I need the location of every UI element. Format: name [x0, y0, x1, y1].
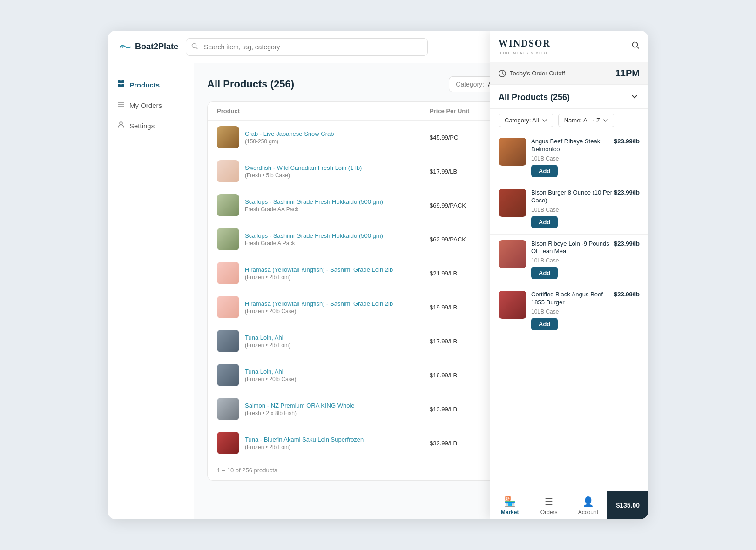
- product-sub: (Frozen • 2lb Loin): [245, 274, 393, 281]
- windsor-product-price: $23.99/lb: [614, 240, 640, 247]
- user-icon: [117, 121, 125, 130]
- windsor-panel: WINDSOR FINE MEATS & MORE Today's Order …: [490, 63, 648, 519]
- product-info: Crab - Live Japanese Snow Crab (150-250 …: [245, 130, 334, 145]
- windsor-list-item: Bison Burger 8 Ounce (10 Per Case) $23.9…: [490, 183, 648, 235]
- search-input[interactable]: [186, 38, 428, 56]
- windsor-add-button[interactable]: Add: [531, 165, 558, 177]
- product-cell: Crab - Live Japanese Snow Crab (150-250 …: [217, 126, 430, 148]
- sidebar-item-my-orders[interactable]: My Orders: [108, 95, 194, 115]
- windsor-product-row: Bison Burger 8 Ounce (10 Per Case) $23.9…: [531, 189, 640, 205]
- windsor-sort-label: Name: A → Z: [564, 117, 600, 124]
- product-info: Tuna Loin, Ahi (Frozen • 20lb Case): [245, 368, 296, 382]
- windsor-add-button[interactable]: Add: [531, 216, 558, 228]
- svg-rect-10: [118, 84, 121, 87]
- product-cell: Tuna Loin, Ahi (Frozen • 2lb Loin): [217, 330, 430, 352]
- windsor-product-name: Certified Black Angus Beef 1855 Burger: [531, 291, 614, 307]
- product-info: Scallops - Sashimi Grade Fresh Hokkaido …: [245, 198, 383, 213]
- windsor-nav-account[interactable]: 👤 Account: [568, 491, 608, 519]
- product-image: [217, 364, 239, 386]
- sidebar-orders-label: My Orders: [129, 101, 162, 109]
- product-info: Scallops - Sashimi Grade Fresh Hokkaido …: [245, 232, 383, 247]
- windsor-cutoff-left: Today's Order Cutoff: [499, 70, 565, 77]
- windsor-product-case: 10LB Case: [531, 257, 640, 264]
- windsor-nav-market[interactable]: 🏪 Market: [490, 491, 529, 519]
- product-cell: Tuna - Bluefin Akami Saku Loin Superfroz…: [217, 432, 430, 454]
- product-sub: (Fresh • 2 x 8lb Fish): [245, 410, 355, 416]
- product-image: [217, 432, 239, 454]
- product-cell: Tuna Loin, Ahi (Frozen • 20lb Case): [217, 364, 430, 386]
- pagination-text: 1 – 10 of 256 products: [217, 467, 277, 474]
- body-layout: Products My Orders Settings All Products…: [108, 63, 648, 519]
- app-container: Boat2Plate Today's Order Cutoff • 11PM: [108, 31, 648, 519]
- grid-icon: [117, 80, 125, 89]
- windsor-product-row: Angus Beef Ribeye Steak Delmonico $23.99…: [531, 138, 640, 154]
- checkout-button[interactable]: $135.00: [608, 491, 648, 519]
- windsor-product-case: 10LB Case: [531, 207, 640, 213]
- windsor-product-name: Bison Ribeye Loin -9 Pounds Of Lean Meat: [531, 240, 614, 256]
- page-title: All Products (256): [207, 78, 294, 90]
- svg-rect-11: [122, 84, 124, 87]
- windsor-category-label: Category: All: [505, 117, 539, 124]
- windsor-product-row: Bison Ribeye Loin -9 Pounds Of Lean Meat…: [531, 240, 640, 256]
- windsor-add-button[interactable]: Add: [531, 267, 558, 279]
- product-name: Hiramasa (Yellowtail Kingfish) - Sashimi…: [245, 300, 393, 307]
- windsor-product-price: $23.99/lb: [614, 189, 640, 196]
- windsor-category-filter[interactable]: Category: All: [499, 114, 554, 127]
- windsor-product-price: $23.99/lb: [614, 138, 640, 145]
- sidebar-item-products[interactable]: Products: [108, 74, 194, 95]
- windsor-add-button[interactable]: Add: [531, 318, 558, 330]
- windsor-product-image: [499, 291, 526, 319]
- account-icon: 👤: [582, 496, 594, 507]
- sidebar-products-label: Products: [129, 81, 160, 89]
- windsor-list-item: Certified Black Angus Beef 1855 Burger $…: [490, 285, 648, 336]
- product-info: Hiramasa (Yellowtail Kingfish) - Sashimi…: [245, 266, 393, 281]
- windsor-cutoff: Today's Order Cutoff 11PM: [490, 63, 648, 85]
- windsor-product-name: Bison Burger 8 Ounce (10 Per Case): [531, 189, 614, 205]
- product-sub: Fresh Grade A Pack: [245, 240, 383, 247]
- svg-point-0: [120, 46, 122, 48]
- windsor-product-details: Certified Black Angus Beef 1855 Burger $…: [531, 291, 640, 330]
- product-name: Salmon - NZ Premium ORA KING Whole: [245, 402, 355, 409]
- product-info: Tuna Loin, Ahi (Frozen • 2lb Loin): [245, 334, 290, 349]
- col-product: Product: [217, 107, 430, 114]
- product-cell: Swordfish - Wild Canadian Fresh Loin (1 …: [217, 160, 430, 182]
- product-name: Swordfish - Wild Canadian Fresh Loin (1 …: [245, 164, 362, 171]
- sidebar-item-settings[interactable]: Settings: [108, 115, 194, 136]
- windsor-product-case: 10LB Case: [531, 155, 640, 162]
- product-cell: Salmon - NZ Premium ORA KING Whole (Fres…: [217, 398, 430, 420]
- windsor-chevron-icon[interactable]: [629, 91, 640, 104]
- product-sub: (Frozen • 20lb Case): [245, 376, 296, 382]
- windsor-product-details: Angus Beef Ribeye Steak Delmonico $23.99…: [531, 138, 640, 177]
- product-info: Tuna - Bluefin Akami Saku Loin Superfroz…: [245, 436, 364, 450]
- market-icon: 🏪: [504, 496, 516, 507]
- product-info: Hiramasa (Yellowtail Kingfish) - Sashimi…: [245, 300, 393, 315]
- product-name: Tuna - Bluefin Akami Saku Loin Superfroz…: [245, 436, 364, 443]
- windsor-sort-filter[interactable]: Name: A → Z: [558, 114, 614, 127]
- logo-icon: [119, 42, 132, 52]
- sidebar-settings-label: Settings: [129, 122, 155, 130]
- product-sub: (Fresh • 5lb Case): [245, 172, 362, 179]
- product-info: Salmon - NZ Premium ORA KING Whole (Fres…: [245, 402, 355, 416]
- product-cell: Scallops - Sashimi Grade Fresh Hokkaido …: [217, 194, 430, 216]
- clock-icon-windsor: [499, 70, 506, 77]
- windsor-product-name: Angus Beef Ribeye Steak Delmonico: [531, 138, 614, 154]
- product-image: [217, 330, 239, 352]
- windsor-product-details: Bison Burger 8 Ounce (10 Per Case) $23.9…: [531, 189, 640, 228]
- product-name: Tuna Loin, Ahi: [245, 334, 290, 341]
- product-name: Scallops - Sashimi Grade Fresh Hokkaido …: [245, 232, 383, 239]
- product-name: Tuna Loin, Ahi: [245, 368, 296, 375]
- list-icon: [117, 101, 125, 110]
- windsor-nav-market-label: Market: [501, 509, 519, 516]
- orders-icon: ☰: [545, 496, 553, 507]
- windsor-products-title: All Products (256): [499, 93, 570, 102]
- svg-point-15: [120, 122, 122, 125]
- chevron-icon-2: [603, 118, 608, 123]
- product-cell: Hiramasa (Yellowtail Kingfish) - Sashimi…: [217, 296, 430, 318]
- windsor-nav-orders[interactable]: ☰ Orders: [529, 491, 568, 519]
- search-icon: [191, 43, 198, 51]
- product-info: Swordfish - Wild Canadian Fresh Loin (1 …: [245, 164, 362, 179]
- product-sub: (Frozen • 20lb Case): [245, 308, 393, 315]
- product-sub: (Frozen • 2lb Loin): [245, 342, 290, 349]
- windsor-nav-orders-label: Orders: [540, 509, 558, 516]
- windsor-products-header: All Products (256): [490, 85, 648, 109]
